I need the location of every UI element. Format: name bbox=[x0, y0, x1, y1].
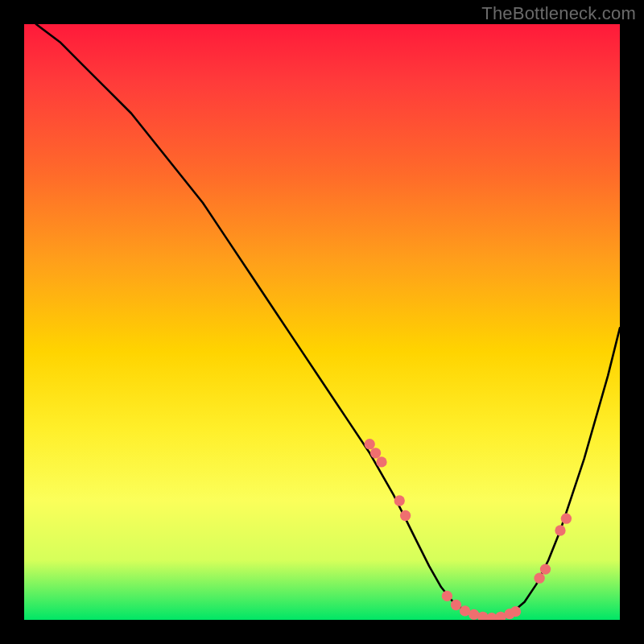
data-marker bbox=[555, 525, 565, 535]
data-marker bbox=[534, 573, 544, 584]
chart-svg bbox=[24, 24, 620, 620]
watermark-text: TheBottleneck.com bbox=[481, 3, 636, 24]
markers-group bbox=[365, 439, 572, 620]
data-marker bbox=[394, 495, 405, 506]
data-marker bbox=[451, 600, 461, 610]
data-marker bbox=[370, 448, 381, 458]
data-marker bbox=[510, 606, 521, 617]
data-marker bbox=[400, 510, 411, 521]
data-marker bbox=[561, 514, 572, 524]
curve-group bbox=[36, 24, 620, 618]
data-marker bbox=[442, 591, 452, 601]
chart-frame: TheBottleneck.com bbox=[0, 0, 644, 644]
data-marker bbox=[376, 456, 386, 467]
data-marker bbox=[540, 564, 551, 574]
data-marker bbox=[365, 439, 375, 449]
plot-area bbox=[24, 24, 620, 620]
bottleneck-curve bbox=[36, 24, 620, 618]
